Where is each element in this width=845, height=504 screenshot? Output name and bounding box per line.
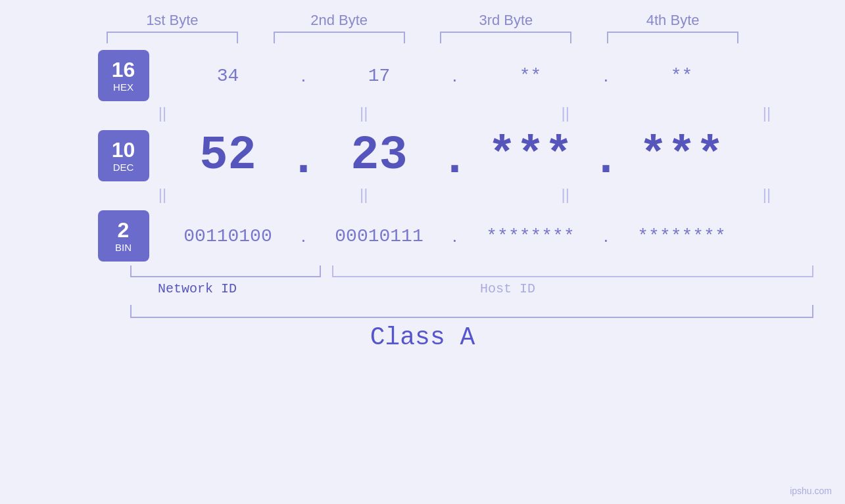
eq1-byte2: || bbox=[298, 104, 429, 122]
bin-values: 00110100 . 00010111 . ******** . *******… bbox=[149, 225, 748, 246]
byte3-header: 3rd Byte bbox=[440, 12, 571, 29]
hex-byte3: ** bbox=[465, 66, 596, 86]
equals-group1: || || || || bbox=[84, 104, 845, 122]
hex-dot1: . bbox=[294, 65, 314, 86]
bin-dot3: . bbox=[596, 225, 616, 246]
dec-byte2: 23 bbox=[314, 129, 445, 183]
dec-byte3: *** bbox=[465, 129, 596, 183]
eq2-byte2: || bbox=[298, 185, 429, 204]
bin-byte3: ******** bbox=[465, 226, 596, 246]
bin-byte2: 00010111 bbox=[314, 226, 445, 246]
hex-row: 16 HEX 34 . 17 . ** . ** bbox=[98, 50, 748, 101]
hex-dot3: . bbox=[596, 65, 616, 86]
dec-values: 52 . 23 . *** . *** bbox=[149, 129, 748, 183]
outer-bracket bbox=[130, 305, 813, 318]
bin-byte1: 00110100 bbox=[162, 226, 294, 246]
hex-byte4: ** bbox=[616, 66, 748, 86]
class-label: Class A bbox=[0, 323, 845, 352]
dec-dot3: . bbox=[596, 129, 616, 183]
bin-row: 2 BIN 00110100 . 00010111 . ******** . *… bbox=[98, 210, 748, 262]
dec-dot1: . bbox=[294, 129, 314, 183]
dec-dot2: . bbox=[445, 129, 465, 183]
bin-dot1: . bbox=[294, 225, 314, 246]
host-id-label: Host ID bbox=[480, 281, 535, 296]
eq2-byte4: || bbox=[701, 185, 833, 204]
eq1-byte1: || bbox=[97, 104, 228, 122]
byte-headers: 1st Byte 2nd Byte 3rd Byte 4th Byte bbox=[0, 12, 845, 29]
bracket-byte3 bbox=[440, 32, 571, 43]
dec-byte1: 52 bbox=[162, 129, 294, 183]
bin-number: 2 bbox=[118, 219, 130, 241]
watermark: ipshu.com bbox=[790, 486, 832, 496]
id-labels: Network ID Host ID bbox=[0, 281, 845, 305]
bin-dot2: . bbox=[445, 225, 465, 246]
bin-byte4: ******** bbox=[616, 226, 748, 246]
hex-label: HEX bbox=[113, 81, 133, 93]
bracket-byte4 bbox=[607, 32, 738, 43]
hex-byte1: 34 bbox=[162, 66, 294, 86]
dec-row: 10 DEC 52 . 23 . *** . *** bbox=[98, 129, 748, 183]
hex-dot2: . bbox=[445, 65, 465, 86]
hex-number: 16 bbox=[112, 59, 135, 80]
bin-label: BIN bbox=[115, 242, 132, 253]
equals-group2: || || || || bbox=[84, 185, 845, 204]
dec-byte4: *** bbox=[616, 129, 748, 183]
equals-row1: || || || || bbox=[0, 104, 845, 122]
main-container: 1st Byte 2nd Byte 3rd Byte 4th Byte 16 H… bbox=[0, 0, 845, 504]
eq1-byte4: || bbox=[701, 104, 833, 122]
top-brackets bbox=[0, 32, 845, 43]
dec-badge: 10 DEC bbox=[98, 130, 149, 181]
hex-badge: 16 HEX bbox=[98, 50, 149, 101]
bracket-byte1 bbox=[107, 32, 238, 43]
host-id-bracket bbox=[332, 265, 813, 277]
byte2-header: 2nd Byte bbox=[274, 12, 405, 29]
dec-number: 10 bbox=[112, 139, 135, 160]
byte1-header: 1st Byte bbox=[107, 12, 238, 29]
hex-values: 34 . 17 . ** . ** bbox=[149, 65, 748, 86]
eq2-byte1: || bbox=[97, 185, 228, 204]
network-id-label: Network ID bbox=[158, 281, 237, 296]
bracket-byte2 bbox=[274, 32, 405, 43]
equals-row2: || || || || bbox=[0, 185, 845, 204]
eq1-byte3: || bbox=[500, 104, 631, 122]
bin-badge: 2 BIN bbox=[98, 210, 149, 262]
eq2-byte3: || bbox=[500, 185, 631, 204]
bottom-brackets-container bbox=[0, 265, 845, 281]
network-id-bracket bbox=[130, 265, 321, 277]
dec-label: DEC bbox=[113, 162, 134, 173]
hex-byte2: 17 bbox=[314, 66, 445, 86]
byte4-header: 4th Byte bbox=[607, 12, 738, 29]
